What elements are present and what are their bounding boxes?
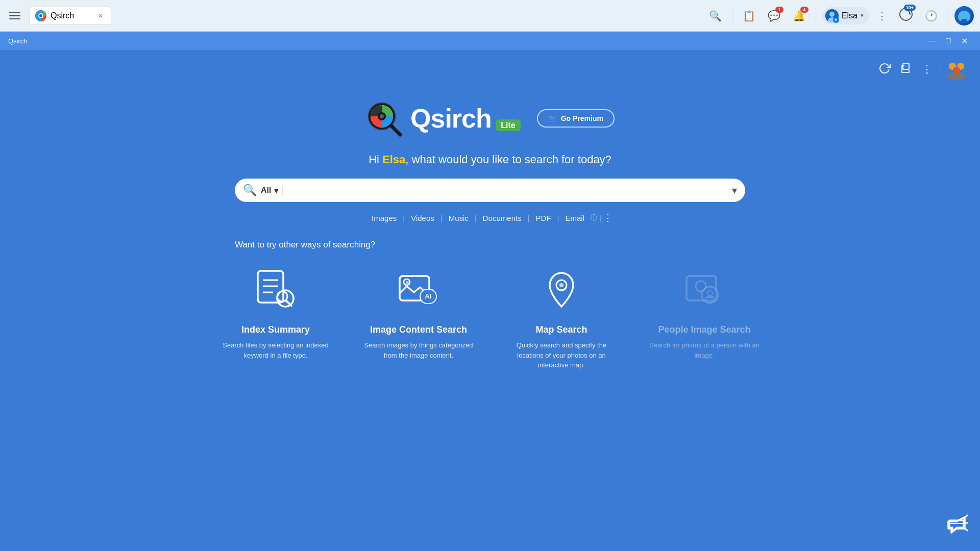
search-filter-label: All <box>261 186 271 195</box>
people-image-search-title: People Image Search <box>658 324 750 335</box>
card-index-summary[interactable]: Index Summary Search files by selecting … <box>219 264 332 360</box>
search-bar[interactable]: 🔍 All ▾ ▾ <box>235 179 745 202</box>
greeting-suffix: , what would you like to search for toda… <box>405 153 611 166</box>
greeting-text: Hi Elsa, what would you like to search f… <box>369 153 611 166</box>
svg-line-28 <box>286 300 291 306</box>
people-image-search-icon <box>679 264 730 315</box>
announcement-icon[interactable] <box>946 513 968 539</box>
try-heading: Want to try other ways of searching? <box>235 240 375 249</box>
hamburger-button[interactable] <box>6 9 23 23</box>
email-info-icon[interactable]: ⓘ <box>591 213 597 222</box>
search-input[interactable] <box>287 182 728 199</box>
feature-cards: Index Summary Search files by selecting … <box>219 264 761 370</box>
window-controls: — □ ✕ <box>923 35 972 47</box>
profile-avatar[interactable] <box>954 6 974 26</box>
search-bar-icon: 🔍 <box>243 184 257 197</box>
greeting-prefix: Hi <box>369 153 382 166</box>
refresh-icon[interactable] <box>876 60 893 79</box>
kebab-menu-icon[interactable]: ⋮ <box>919 61 935 78</box>
map-search-icon <box>536 264 587 315</box>
maximize-button[interactable]: □ <box>942 35 955 46</box>
logo-area: Qsirch Lite 🛒 Go Premium <box>365 100 615 137</box>
cart-icon: 🛒 <box>548 114 557 122</box>
main-toolbar: ⋮ <box>0 50 980 82</box>
updates-badge: 10+ <box>904 5 916 11</box>
svg-line-43 <box>965 515 968 517</box>
close-button[interactable]: ✕ <box>957 35 972 47</box>
qsirch-tab[interactable]: Qsirch ✕ <box>30 7 111 25</box>
more-options-icon[interactable]: ⋮ <box>873 8 891 24</box>
divider-3 <box>948 8 948 23</box>
filter-tab-images[interactable]: Images <box>368 213 401 223</box>
svg-rect-10 <box>903 63 909 69</box>
user-dropdown-icon[interactable]: ▾ <box>861 12 864 19</box>
svg-point-20 <box>391 126 393 128</box>
user-avatar: ★ <box>825 9 839 22</box>
svg-marker-7 <box>908 12 910 14</box>
svg-point-18 <box>380 114 384 118</box>
layers-icon[interactable] <box>898 60 914 79</box>
titlebar: Qsirch ✕ 🔍 📋 💬1 🔔4 ★ Elsa ▾ ⋮ 10+ 🕐 <box>0 0 980 32</box>
messages-badge: 1 <box>775 7 783 13</box>
tab-favicon <box>35 10 46 21</box>
lite-badge: Lite <box>496 119 520 131</box>
tab-close-button[interactable]: ✕ <box>97 12 104 19</box>
divider-2 <box>816 8 816 23</box>
window-controls-bar: Qsirch — □ ✕ <box>0 32 980 50</box>
search-icon[interactable]: 🔍 <box>705 8 726 24</box>
go-premium-button[interactable]: 🛒 Go Premium <box>537 109 615 128</box>
messages-icon[interactable]: 💬1 <box>764 8 785 24</box>
filter-tab-documents[interactable]: Documents <box>479 213 526 223</box>
tab-label: Qsirch <box>51 11 74 20</box>
people-image-search-desc: Search for photos of a person with an im… <box>648 340 761 360</box>
image-content-search-title: Image Content Search <box>370 324 467 335</box>
filter-tab-pdf[interactable]: PDF <box>532 213 555 223</box>
svg-point-4 <box>829 12 835 17</box>
filter-tab-email[interactable]: Email <box>561 213 589 223</box>
filter-tab-music[interactable]: Music <box>445 213 473 223</box>
titlebar-right: 🔍 📋 💬1 🔔4 ★ Elsa ▾ ⋮ 10+ 🕐 <box>705 6 974 26</box>
svg-point-31 <box>406 281 409 284</box>
try-section-heading-wrapper: Want to try other ways of searching? <box>235 240 745 250</box>
premium-btn-label: Go Premium <box>561 114 603 122</box>
index-summary-title: Index Summary <box>241 324 310 335</box>
index-summary-icon <box>250 264 301 315</box>
minimize-button[interactable]: — <box>923 35 940 46</box>
titlebar-left: Qsirch ✕ <box>6 7 111 25</box>
window-title: Qsirch <box>8 37 28 45</box>
card-image-content-search[interactable]: AI Image Content Search Search images by… <box>362 264 475 360</box>
svg-line-45 <box>965 529 968 531</box>
divider-1 <box>732 8 732 23</box>
history-icon[interactable]: 📋 <box>739 8 760 24</box>
alerts-badge: 4 <box>800 7 808 13</box>
svg-point-9 <box>962 12 967 17</box>
index-summary-desc: Search files by selecting an indexed key… <box>219 340 332 360</box>
app-name-text: Qsirch Lite <box>410 103 521 134</box>
filter-tabs: Images | Videos | Music | Documents | PD… <box>368 212 612 223</box>
star-badge: ★ <box>833 17 839 23</box>
greeting-username: Elsa <box>382 153 405 166</box>
clock-icon[interactable]: 🕐 <box>921 8 942 24</box>
map-search-desc: Quickly search and specify the locations… <box>505 340 618 370</box>
user-pill[interactable]: ★ Elsa ▾ <box>822 7 869 24</box>
group-icon[interactable] <box>945 57 968 82</box>
app-name: Qsirch <box>410 104 492 133</box>
username-label: Elsa <box>842 11 857 20</box>
map-search-title: Map Search <box>535 324 587 335</box>
svg-line-19 <box>392 127 400 135</box>
search-filter-chevron: ▾ <box>274 186 278 195</box>
svg-point-38 <box>702 287 718 303</box>
svg-text:AI: AI <box>425 292 432 300</box>
card-people-image-search[interactable]: People Image Search Search for photos of… <box>648 264 761 360</box>
image-content-search-desc: Search images by things categorized from… <box>362 340 475 360</box>
search-advanced-dropdown[interactable]: ▾ <box>732 184 737 196</box>
svg-point-35 <box>559 283 564 287</box>
card-map-search[interactable]: Map Search Quickly search and specify th… <box>505 264 618 370</box>
updates-icon[interactable]: 10+ <box>895 6 917 26</box>
search-filter-dropdown[interactable]: All ▾ <box>261 186 283 195</box>
filter-tab-videos[interactable]: Videos <box>407 213 438 223</box>
svg-point-2 <box>39 14 42 17</box>
filter-more-button[interactable]: ⋮ <box>603 212 612 223</box>
toolbar-divider <box>940 63 940 76</box>
alerts-icon[interactable]: 🔔4 <box>789 8 810 24</box>
